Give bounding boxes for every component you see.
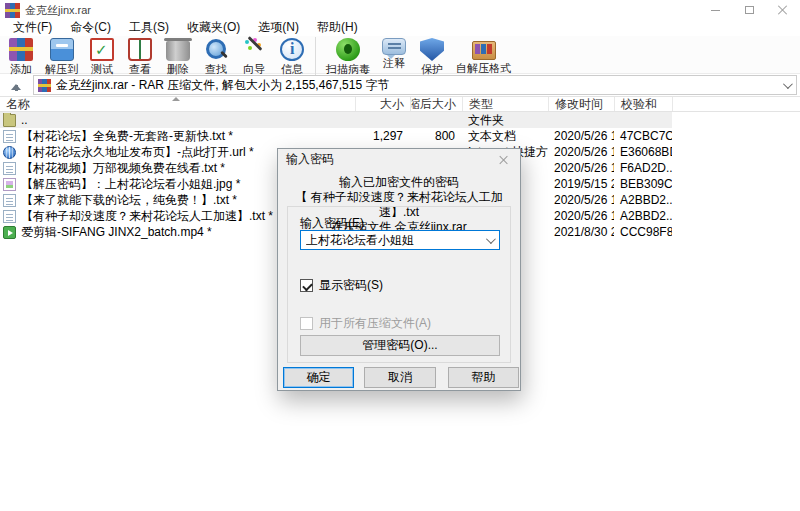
winrar-app-icon <box>5 3 20 18</box>
file-name: 【有种子却没速度？来村花论坛人工加速】.txt * <box>21 208 273 225</box>
toolbar-button-label: 添加 <box>10 62 32 77</box>
toolbar-button[interactable]: 保护 <box>413 37 451 78</box>
folder-up-icon <box>3 114 16 127</box>
column-header-size[interactable]: 大小 <box>355 97 410 111</box>
menu-item[interactable]: 帮助(H) <box>308 18 367 38</box>
file-checksum: A2BBD2... <box>614 193 672 207</box>
text-file-icon <box>3 210 16 223</box>
column-header-row: 名称 大小 压缩后大小 类型 修改时间 校验和 <box>0 96 800 112</box>
test-archive-icon <box>90 38 114 61</box>
menu-item[interactable]: 选项(N) <box>249 18 308 38</box>
text-file-icon <box>3 130 16 143</box>
add-archive-icon <box>9 38 33 61</box>
maximize-button[interactable] <box>732 0 766 20</box>
all-archives-label: 用于所有压缩文件(A) <box>319 315 431 332</box>
show-password-checkbox[interactable] <box>300 279 313 292</box>
up-arrow-icon <box>11 79 21 91</box>
menu-item[interactable]: 文件(F) <box>4 18 61 38</box>
cancel-button[interactable]: 取消 <box>364 367 436 388</box>
chevron-down-icon[interactable] <box>486 234 496 244</box>
show-password-label: 显示密码(S) <box>319 277 383 294</box>
toolbar-button[interactable]: 向导 <box>235 37 273 78</box>
show-password-row[interactable]: 显示密码(S) <box>300 277 383 294</box>
address-bar: 金克丝jinx.rar - RAR 压缩文件, 解包大小为 2,155,467,… <box>0 74 800 96</box>
manage-passwords-button[interactable]: 管理密码(O)... <box>300 335 500 356</box>
file-modified: 2019/5/15 22:... <box>548 177 614 191</box>
toolbar-button-label: 自解压格式 <box>456 61 511 76</box>
toolbar-button[interactable]: 删除 <box>159 37 197 78</box>
all-archives-checkbox <box>300 317 313 330</box>
address-combo[interactable]: 金克丝jinx.rar - RAR 压缩文件, 解包大小为 2,155,467,… <box>33 75 797 95</box>
all-archives-row: 用于所有压缩文件(A) <box>300 315 431 332</box>
sfx-icon <box>472 41 496 60</box>
file-checksum: BEB309C7 <box>614 177 672 191</box>
file-modified: 2020/5/26 11:... <box>548 129 614 143</box>
toolbar-button[interactable]: 自解压格式 <box>451 37 516 77</box>
archive-path-text: 金克丝jinx.rar - RAR 压缩文件, 解包大小为 2,155,467,… <box>56 77 778 94</box>
file-modified: 2020/5/26 13:... <box>548 145 614 159</box>
info-icon <box>280 38 304 61</box>
password-input[interactable] <box>306 233 486 247</box>
extract-to-icon <box>50 38 74 61</box>
close-icon <box>778 5 788 15</box>
info-line-1: 输入已加密文件的密码 <box>278 175 520 190</box>
protect-icon <box>420 38 444 61</box>
file-size: 1,297 <box>355 129 410 143</box>
text-file-icon <box>3 194 16 207</box>
close-icon <box>500 155 509 164</box>
file-type: 文本文档 <box>462 128 548 145</box>
view-file-icon <box>128 38 152 61</box>
minimize-button[interactable] <box>698 0 732 20</box>
file-modified: 2020/5/26 11:... <box>548 161 614 175</box>
file-name: 【村花论坛永久地址发布页】-点此打开.url * <box>21 144 254 161</box>
close-button[interactable] <box>766 0 800 20</box>
chevron-down-icon[interactable] <box>783 79 793 89</box>
help-button[interactable]: 帮助 <box>448 367 519 388</box>
enter-password-dialog: 输入密码 输入已加密文件的密码 【 有种子却没速度？来村花论坛人工加速】.txt… <box>277 148 521 391</box>
up-one-level-button[interactable] <box>4 76 28 94</box>
toolbar-button[interactable]: 扫描病毒 <box>315 37 375 78</box>
file-name: 【村花视频】万部视频免费在线看.txt * <box>21 160 225 177</box>
toolbar-button[interactable]: 添加 <box>2 37 40 78</box>
column-header-type[interactable]: 类型 <box>462 97 548 111</box>
menu-item[interactable]: 工具(S) <box>120 18 178 38</box>
file-checksum: 47CBC7CF <box>614 129 672 143</box>
table-row[interactable]: 【村花论坛】全免费-无套路-更新快.txt * 1,297 800 文本文档 2… <box>0 128 800 144</box>
file-name: 【解压密码】：上村花论坛看小姐姐.jpg * <box>21 176 240 193</box>
file-checksum: CCC98F8E <box>614 225 672 239</box>
video-file-icon <box>3 226 16 239</box>
file-type: 文件夹 <box>462 112 548 129</box>
sort-ascending-icon <box>172 97 180 101</box>
password-combo[interactable] <box>300 230 500 250</box>
toolbar-button[interactable]: 解压到 <box>40 37 83 78</box>
comment-icon <box>382 38 406 55</box>
table-row[interactable]: .. 文件夹 <box>0 112 800 128</box>
column-header-modified[interactable]: 修改时间 <box>548 97 614 111</box>
dialog-close-button[interactable] <box>496 155 512 165</box>
maximize-icon <box>745 6 754 14</box>
file-name-cell: 【村花论坛】全免费-无套路-更新快.txt * <box>0 128 355 145</box>
column-header-checksum[interactable]: 校验和 <box>614 97 672 111</box>
file-checksum: F6AD2D... <box>614 161 672 175</box>
file-name: .. <box>21 113 28 127</box>
toolbar-button[interactable]: 测试 <box>83 37 121 78</box>
window-title: 金克丝jinx.rar <box>25 3 698 18</box>
dialog-title: 输入密码 <box>286 151 496 168</box>
menu-item[interactable]: 命令(C) <box>61 18 120 38</box>
file-modified: 2020/5/26 11:... <box>548 193 614 207</box>
menu-item[interactable]: 收藏夹(O) <box>178 18 249 38</box>
toolbar-button[interactable]: 查看 <box>121 37 159 78</box>
file-name: 【来了就能下载的论坛，纯免费！】.txt * <box>21 192 237 209</box>
toolbar-button[interactable]: 注释 <box>375 37 413 72</box>
file-name-cell: .. <box>0 113 355 127</box>
toolbar-button[interactable]: 信息 <box>273 37 311 78</box>
ok-button[interactable]: 确定 <box>283 367 354 388</box>
image-file-icon <box>3 178 16 191</box>
file-modified: 2021/8/30 23:... <box>548 225 614 239</box>
delete-icon <box>166 41 190 61</box>
toolbar-button[interactable]: 查找 <box>197 37 235 78</box>
column-header-packed[interactable]: 压缩后大小 <box>410 97 462 111</box>
file-modified: 2020/5/26 11:... <box>548 209 614 223</box>
file-name: 【村花论坛】全免费-无套路-更新快.txt * <box>21 128 233 145</box>
find-icon <box>204 38 228 61</box>
